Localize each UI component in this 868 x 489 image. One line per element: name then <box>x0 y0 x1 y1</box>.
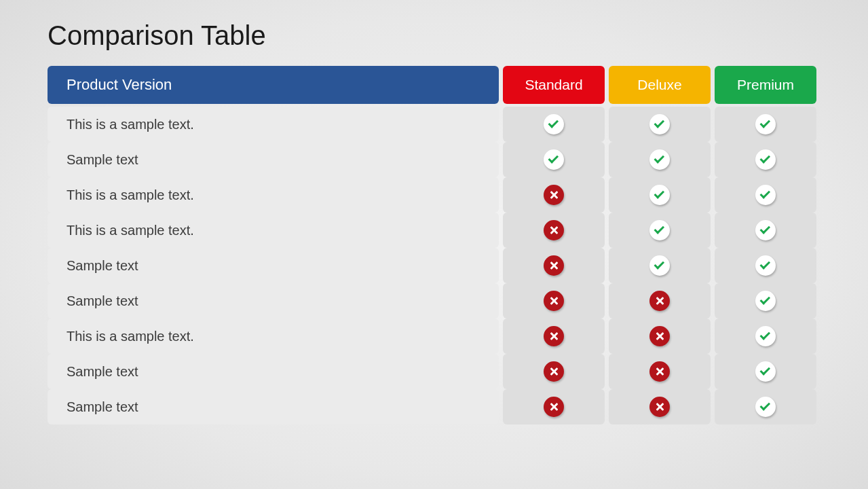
plan-cell <box>715 142 816 177</box>
header-plan-premium: Premium <box>715 66 816 104</box>
check-icon <box>755 291 776 311</box>
check-icon <box>544 114 564 134</box>
check-icon <box>649 185 670 205</box>
table-header-row: Product Version Standard Deluxe Premium <box>48 66 820 104</box>
cross-icon <box>544 220 564 240</box>
plan-cell <box>609 248 711 283</box>
table-row: Sample text <box>48 248 820 283</box>
table-row: This is a sample text. <box>48 177 820 213</box>
plan-cell <box>609 283 711 319</box>
plan-cell <box>715 213 816 248</box>
feature-label: Sample text <box>48 142 499 177</box>
feature-label: Sample text <box>48 389 499 424</box>
header-plan-standard: Standard <box>503 66 605 104</box>
cross-icon <box>544 361 564 382</box>
plan-cell <box>503 248 605 283</box>
cross-icon <box>649 291 670 311</box>
check-icon <box>755 397 776 417</box>
table-row: This is a sample text. <box>48 319 820 354</box>
check-icon <box>755 185 776 205</box>
feature-label: This is a sample text. <box>48 177 499 213</box>
plan-cell <box>609 177 711 213</box>
check-icon <box>649 149 670 170</box>
plan-cell <box>715 283 816 319</box>
plan-cell <box>609 389 711 424</box>
plan-cell <box>503 142 605 177</box>
cross-icon <box>649 326 670 346</box>
page-title: Comparison Table <box>48 20 820 51</box>
feature-label: This is a sample text. <box>48 213 499 248</box>
plan-cell <box>715 354 816 389</box>
feature-label: Sample text <box>48 248 499 283</box>
check-icon <box>755 255 776 276</box>
plan-cell <box>503 283 605 319</box>
plan-cell <box>715 389 816 424</box>
plan-cell <box>503 177 605 213</box>
check-icon <box>649 255 670 276</box>
plan-cell <box>609 354 711 389</box>
plan-cell <box>503 213 605 248</box>
check-icon <box>755 220 776 240</box>
cross-icon <box>544 397 564 417</box>
plan-cell <box>609 213 711 248</box>
plan-cell <box>503 354 605 389</box>
header-feature: Product Version <box>48 66 499 104</box>
check-icon <box>649 220 670 240</box>
plan-cell <box>715 177 816 213</box>
check-icon <box>649 114 670 134</box>
comparison-table: Product Version Standard Deluxe Premium … <box>48 66 820 424</box>
plan-cell <box>503 107 605 142</box>
table-row: Sample text <box>48 389 820 424</box>
feature-label: Sample text <box>48 354 499 389</box>
cross-icon <box>544 255 564 276</box>
check-icon <box>755 114 776 134</box>
table-row: Sample text <box>48 354 820 389</box>
feature-label: Sample text <box>48 283 499 319</box>
plan-cell <box>609 142 711 177</box>
table-row: This is a sample text. <box>48 107 820 142</box>
plan-cell <box>503 319 605 354</box>
cross-icon <box>544 291 564 311</box>
plan-cell <box>715 319 816 354</box>
feature-label: This is a sample text. <box>48 319 499 354</box>
plan-cell <box>715 107 816 142</box>
feature-label: This is a sample text. <box>48 107 499 142</box>
cross-icon <box>649 397 670 417</box>
check-icon <box>544 149 564 170</box>
cross-icon <box>544 326 564 346</box>
plan-cell <box>503 389 605 424</box>
check-icon <box>755 149 776 170</box>
table-row: Sample text <box>48 142 820 177</box>
check-icon <box>755 361 776 382</box>
table-row: Sample text <box>48 283 820 319</box>
cross-icon <box>544 185 564 205</box>
plan-cell <box>609 319 711 354</box>
header-plan-deluxe: Deluxe <box>609 66 711 104</box>
table-row: This is a sample text. <box>48 213 820 248</box>
check-icon <box>755 326 776 346</box>
cross-icon <box>649 361 670 382</box>
plan-cell <box>715 248 816 283</box>
plan-cell <box>609 107 711 142</box>
